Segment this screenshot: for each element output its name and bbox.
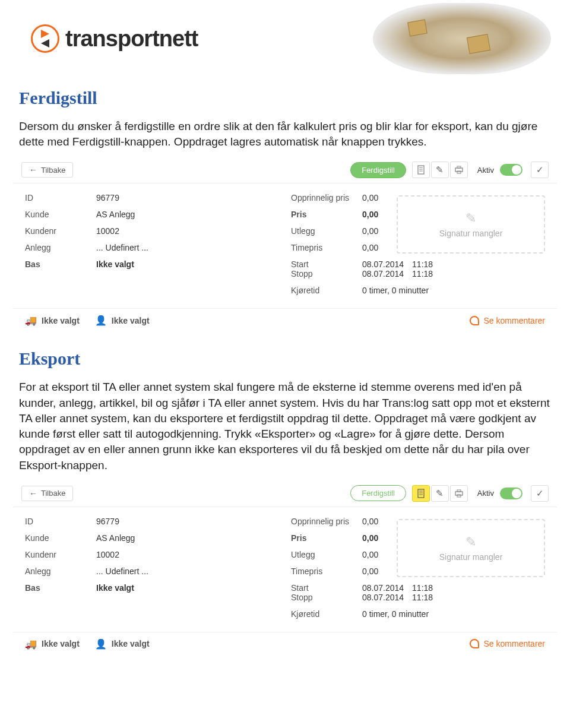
arrow-left-icon: ← <box>29 489 37 498</box>
detail-label: Kundenr <box>25 550 96 559</box>
ui-panel-2: ← Tilbake Ferdigstill ✎ Aktiv ✓ ID96779K… <box>13 480 557 656</box>
comments-link[interactable]: Se kommentarer <box>470 316 545 325</box>
aktiv-label: Aktiv <box>477 166 494 175</box>
svg-rect-12 <box>457 490 461 492</box>
svg-rect-0 <box>418 166 424 174</box>
vehicle-select[interactable]: 🚚 Ikke valgt <box>25 315 80 326</box>
detail-label: ID <box>25 517 96 526</box>
ui-panel-1: ← Tilbake Ferdigstill ✎ Aktiv ✓ ID96779K… <box>13 157 557 332</box>
detail-row: Anlegg... Udefinert ... <box>25 243 279 252</box>
topbar: ← Tilbake Ferdigstill ✎ Aktiv ✓ <box>13 480 557 507</box>
detail-value: AS Anlegg <box>96 533 135 543</box>
detail-label: Pris <box>291 533 362 543</box>
logo-text: transportnett <box>65 26 198 52</box>
svg-rect-7 <box>418 489 424 498</box>
detail-value: 96779 <box>96 517 119 526</box>
person-icon: 👤 <box>95 638 107 650</box>
signature-box[interactable]: ✎ Signatur mangler <box>397 195 545 254</box>
back-button[interactable]: ← Tilbake <box>21 162 73 178</box>
aktiv-toggle[interactable] <box>500 164 522 176</box>
edit-icon[interactable]: ✎ <box>431 485 449 502</box>
detail-value: ... Udefinert ... <box>96 566 148 576</box>
detail-label: Kunde <box>25 210 96 219</box>
detail-row: Kjøretid0 timer, 0 minutter <box>291 609 545 619</box>
detail-value: 0,00 <box>362 517 378 526</box>
back-label: Tilbake <box>41 166 65 175</box>
truck-icon: 🚚 <box>25 638 37 650</box>
detail-row: KundeAS Anlegg <box>25 533 279 543</box>
detail-value: 0,00 <box>362 566 378 576</box>
detail-value: 10002 <box>96 226 119 236</box>
detail-value: AS Anlegg <box>96 210 135 219</box>
aktiv-label: Aktiv <box>477 489 494 498</box>
back-button[interactable]: ← Tilbake <box>21 486 73 501</box>
back-label: Tilbake <box>41 489 65 498</box>
detail-value: 0,00 <box>362 550 378 559</box>
detail-label: Utlegg <box>291 226 362 236</box>
signature-label: Signatur mangler <box>439 552 503 562</box>
signature-box[interactable]: ✎ Signatur mangler <box>397 519 545 577</box>
person-icon: 👤 <box>95 315 107 326</box>
detail-label: Opprinnelig pris <box>291 193 362 202</box>
detail-row: BasIkke valgt <box>25 259 279 269</box>
detail-row: Kundenr10002 <box>25 226 279 236</box>
section-para-ferdigstill: Dersom du ønsker å ferdigstille en ordre… <box>19 119 551 150</box>
detail-label: Kunde <box>25 533 96 543</box>
detail-label: Kundenr <box>25 226 96 236</box>
section-para-eksport: For at eksport til TA eller annet system… <box>19 379 551 473</box>
detail-row: BasIkke valgt <box>25 583 279 593</box>
detail-value: 0,00 <box>362 226 378 236</box>
detail-value: ... Udefinert ... <box>96 243 148 252</box>
aktiv-toggle[interactable] <box>500 488 522 499</box>
pencil-icon: ✎ <box>404 534 538 550</box>
edit-icon[interactable]: ✎ <box>431 162 449 178</box>
detail-value: Ikke valgt <box>96 583 134 593</box>
confirm-button[interactable]: ✓ <box>531 162 549 178</box>
detail-label: Bas <box>25 583 96 593</box>
ferdigstill-button[interactable]: Ferdigstill <box>350 485 406 501</box>
driver-select[interactable]: 👤 Ikke valgt <box>95 315 150 326</box>
logo: transportnett <box>19 24 198 53</box>
detail-value: Ikke valgt <box>96 259 134 269</box>
detail-row: StartStopp08.07.201411:1808.07.201411:18 <box>291 583 545 602</box>
detail-label: Pris <box>291 210 362 219</box>
comment-icon <box>470 316 479 325</box>
detail-value: 96779 <box>96 193 119 202</box>
detail-value: 10002 <box>96 550 119 559</box>
detail-row: StartStopp08.07.201411:1808.07.201411:18 <box>291 259 545 278</box>
detail-row: Anlegg... Udefinert ... <box>25 566 279 576</box>
detail-row: KundeAS Anlegg <box>25 210 279 219</box>
left-column: ID96779KundeAS AnleggKundenr10002Anlegg.… <box>25 517 279 626</box>
detail-label: Bas <box>25 259 96 269</box>
vehicle-select[interactable]: 🚚 Ikke valgt <box>25 638 80 650</box>
arrow-left-icon: ← <box>29 165 37 175</box>
left-column: ID96779KundeAS AnleggKundenr10002Anlegg.… <box>25 193 279 302</box>
detail-row: ID96779 <box>25 517 279 526</box>
print-icon[interactable] <box>450 162 468 178</box>
detail-label: Timepris <box>291 243 362 252</box>
detail-row: Kundenr10002 <box>25 550 279 559</box>
print-icon[interactable] <box>450 485 468 502</box>
detail-label: Anlegg <box>25 243 96 252</box>
comments-link[interactable]: Se kommentarer <box>470 639 545 648</box>
topbar: ← Tilbake Ferdigstill ✎ Aktiv ✓ <box>13 157 557 183</box>
section-title-eksport: Eksport <box>19 349 551 369</box>
export-icon[interactable] <box>412 162 430 178</box>
detail-row: ID96779 <box>25 193 279 202</box>
section-title-ferdigstill: Ferdigstill <box>19 88 551 108</box>
confirm-button[interactable]: ✓ <box>531 485 549 502</box>
detail-label: ID <box>25 193 96 202</box>
detail-value: 0,00 <box>362 210 378 219</box>
globe-graphic <box>373 3 551 74</box>
detail-value: 0,00 <box>362 243 378 252</box>
detail-label: Anlegg <box>25 566 96 576</box>
header-banner: transportnett <box>19 0 551 77</box>
detail-label: Utlegg <box>291 550 362 559</box>
truck-icon: 🚚 <box>25 315 37 326</box>
svg-rect-5 <box>457 166 461 168</box>
logo-icon <box>31 24 59 53</box>
detail-value: 0,00 <box>362 193 378 202</box>
ferdigstill-button[interactable]: Ferdigstill <box>350 162 406 178</box>
export-icon[interactable] <box>412 485 430 502</box>
driver-select[interactable]: 👤 Ikke valgt <box>95 638 150 650</box>
